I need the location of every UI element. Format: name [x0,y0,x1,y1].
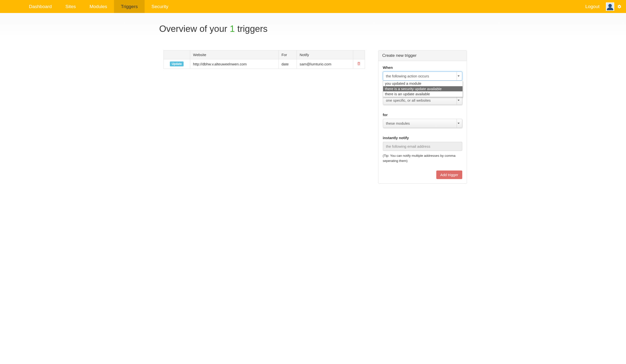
nav-item-triggers[interactable]: Triggers [114,0,145,13]
for-modules-select[interactable]: these modules [383,119,462,128]
page-title: Overview of your 1 triggers [159,13,467,34]
when-dropdown-menu: you updated a module there is a security… [383,81,463,97]
cell-notify: sam@lumturio.com [297,59,353,69]
when-label: When [383,65,462,70]
notify-hint: (Tip: You can notify multiple addresses … [383,153,462,164]
for-website-select[interactable]: one specific, or all websites [383,96,462,105]
when-select[interactable]: the following action occurs [383,72,462,81]
when-option-2[interactable]: there is an update available [383,91,463,97]
page-title-suffix: triggers [235,24,268,34]
gear-icon[interactable] [617,4,622,9]
when-option-0[interactable]: you updated a module [383,81,463,86]
for-website-select-value: one specific, or all websites [386,98,431,102]
notify-input[interactable] [383,142,462,151]
th-website: Website [190,50,278,59]
for-label: for [383,113,462,117]
logout-link[interactable]: Logout [582,4,603,9]
when-select-value: the following action occurs [386,74,429,78]
notify-label: instantly notify [383,136,462,140]
triggers-table: Website For Notify Update http://dbhw.v.… [163,50,365,69]
chevron-down-icon [457,119,461,128]
table-row: Update http://dbhw.v.alteuweelnwen.com d… [163,59,365,69]
panel-heading: Create new trigger [378,50,467,61]
cell-website: http://dbhw.v.alteuweelnwen.com [190,59,278,69]
trash-icon[interactable] [357,62,360,65]
nav-item-sites[interactable]: Sites [59,0,83,13]
th-action [163,50,190,59]
page-title-count: 1 [230,24,235,34]
nav-left: Dashboard Sites Modules Triggers Securit… [22,0,175,13]
add-trigger-button[interactable]: Add trigger [436,171,462,179]
avatar[interactable] [606,2,614,11]
nav-item-security[interactable]: Security [145,0,175,13]
cell-for: date [278,59,297,69]
when-option-1[interactable]: there is a security update available [383,86,463,92]
th-delete [353,50,365,59]
nav-item-dashboard[interactable]: Dashboard [22,0,59,13]
chevron-down-icon [457,72,461,80]
triggers-table-wrap: Website For Notify Update http://dbhw.v.… [159,50,365,69]
th-notify: Notify [297,50,353,59]
for-modules-select-value: these modules [386,121,410,125]
update-badge[interactable]: Update [170,62,184,66]
nav-item-modules[interactable]: Modules [83,0,114,13]
nav-right: Logout [582,0,622,13]
create-trigger-panel: Create new trigger When the following ac… [378,50,467,184]
th-for: For [278,50,297,59]
chevron-down-icon [457,96,461,105]
navbar: Dashboard Sites Modules Triggers Securit… [0,0,626,13]
page-title-prefix: Overview of your [159,24,230,34]
